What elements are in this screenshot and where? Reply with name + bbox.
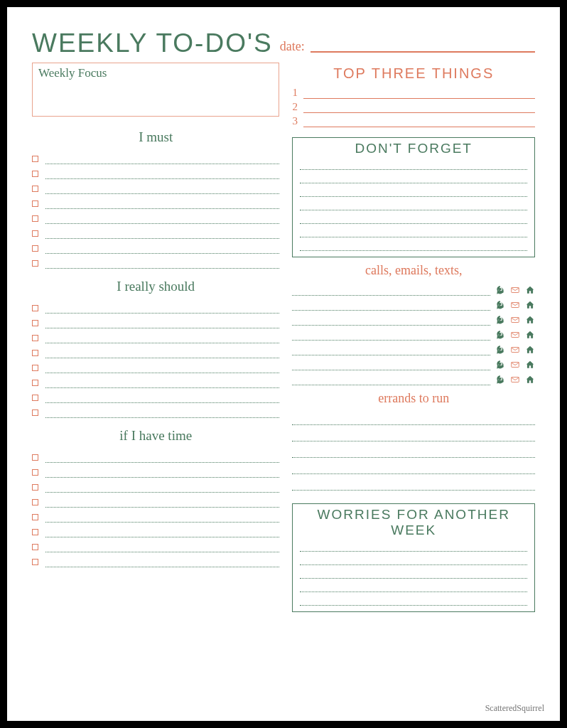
date-input-line[interactable]	[310, 51, 535, 53]
write-line[interactable]	[45, 402, 279, 403]
contact-row[interactable]	[292, 341, 535, 355]
write-line[interactable]	[300, 565, 527, 579]
top-three-line[interactable]: 2	[292, 99, 535, 113]
checkbox[interactable]	[32, 350, 38, 356]
write-line[interactable]	[45, 492, 279, 493]
write-line[interactable]	[300, 183, 527, 197]
write-line[interactable]	[292, 425, 535, 441]
write-line[interactable]	[45, 253, 279, 254]
write-line[interactable]	[300, 592, 527, 606]
checklist-row[interactable]	[32, 224, 279, 239]
checkbox[interactable]	[32, 410, 38, 416]
checklist-row[interactable]	[32, 194, 279, 209]
write-line[interactable]	[292, 474, 535, 491]
write-line[interactable]	[300, 579, 527, 592]
contact-row[interactable]	[292, 370, 535, 385]
write-line[interactable]	[292, 295, 490, 296]
write-line[interactable]	[292, 385, 490, 385]
checklist-row[interactable]	[32, 239, 279, 254]
write-line[interactable]	[45, 417, 279, 418]
contact-row[interactable]	[292, 311, 535, 326]
write-line[interactable]	[292, 355, 490, 355]
checklist-row[interactable]	[32, 478, 279, 493]
write-line[interactable]	[45, 238, 279, 239]
top-three-line[interactable]: 3	[292, 113, 535, 127]
write-line[interactable]	[45, 193, 279, 194]
checkbox[interactable]	[32, 186, 38, 192]
contact-row[interactable]	[292, 296, 535, 311]
checkbox[interactable]	[32, 559, 38, 565]
write-line[interactable]	[45, 477, 279, 478]
checkbox[interactable]	[32, 380, 38, 386]
checkbox[interactable]	[32, 514, 38, 520]
write-line[interactable]	[303, 127, 535, 127]
checklist-row[interactable]	[32, 179, 279, 194]
write-line[interactable]	[45, 328, 279, 328]
write-line[interactable]	[292, 441, 535, 458]
write-line[interactable]	[45, 343, 279, 343]
write-line[interactable]	[292, 409, 535, 425]
write-line[interactable]	[300, 224, 527, 237]
write-line[interactable]	[45, 522, 279, 523]
write-line[interactable]	[45, 552, 279, 552]
checkbox[interactable]	[32, 335, 38, 341]
checklist-row[interactable]	[32, 448, 279, 463]
checklist-row[interactable]	[32, 314, 279, 328]
write-line[interactable]	[45, 373, 279, 373]
checklist-row[interactable]	[32, 373, 279, 388]
write-line[interactable]	[45, 358, 279, 358]
checkbox[interactable]	[32, 499, 38, 505]
checklist-row[interactable]	[32, 493, 279, 508]
checkbox[interactable]	[32, 320, 38, 326]
checklist-row[interactable]	[32, 463, 279, 478]
write-line[interactable]	[300, 197, 527, 210]
checklist-row[interactable]	[32, 254, 279, 269]
checklist-row[interactable]	[32, 209, 279, 224]
write-line[interactable]	[45, 268, 279, 269]
checkbox[interactable]	[32, 529, 38, 535]
write-line[interactable]	[300, 170, 527, 183]
write-line[interactable]	[300, 210, 527, 224]
checklist-row[interactable]	[32, 388, 279, 403]
write-line[interactable]	[300, 538, 527, 552]
checkbox[interactable]	[32, 156, 38, 162]
checkbox[interactable]	[32, 260, 38, 267]
checkbox[interactable]	[32, 484, 38, 491]
checklist-row[interactable]	[32, 403, 279, 418]
write-line[interactable]	[300, 552, 527, 565]
checkbox[interactable]	[32, 171, 38, 177]
write-line[interactable]	[45, 507, 279, 508]
write-line[interactable]	[45, 164, 279, 164]
write-line[interactable]	[303, 112, 535, 113]
write-line[interactable]	[292, 310, 490, 311]
write-line[interactable]	[292, 458, 535, 474]
write-line[interactable]	[303, 98, 535, 99]
write-line[interactable]	[45, 313, 279, 314]
checkbox[interactable]	[32, 230, 38, 237]
checkbox[interactable]	[32, 215, 38, 222]
checklist-row[interactable]	[32, 523, 279, 537]
checklist-row[interactable]	[32, 149, 279, 164]
write-line[interactable]	[45, 462, 279, 463]
checkbox[interactable]	[32, 305, 38, 311]
contact-row[interactable]	[292, 281, 535, 296]
contact-row[interactable]	[292, 355, 535, 370]
checkbox[interactable]	[32, 245, 38, 252]
checkbox[interactable]	[32, 200, 38, 207]
checklist-row[interactable]	[32, 299, 279, 314]
checklist-row[interactable]	[32, 508, 279, 523]
top-three-line[interactable]: 1	[292, 85, 535, 99]
write-line[interactable]	[300, 156, 527, 170]
checklist-row[interactable]	[32, 164, 279, 179]
write-line[interactable]	[45, 178, 279, 179]
checkbox[interactable]	[32, 454, 38, 461]
worries-lines[interactable]	[300, 538, 527, 606]
write-line[interactable]	[300, 237, 527, 251]
write-line[interactable]	[45, 537, 279, 537]
checkbox[interactable]	[32, 469, 38, 476]
write-line[interactable]	[292, 340, 490, 341]
checklist-row[interactable]	[32, 552, 279, 567]
checkbox[interactable]	[32, 395, 38, 401]
checklist-row[interactable]	[32, 328, 279, 343]
checkbox[interactable]	[32, 365, 38, 371]
